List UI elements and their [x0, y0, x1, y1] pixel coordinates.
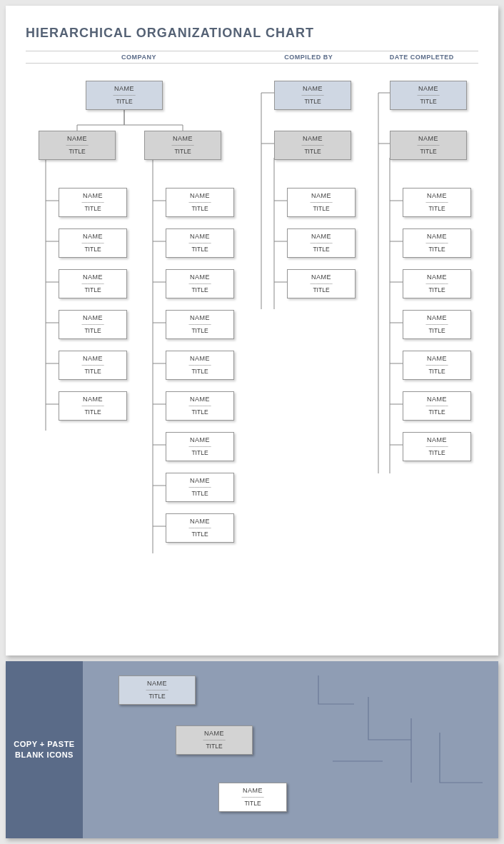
node-c-6[interactable]: NAME––––––––TITLE — [403, 391, 471, 421]
node-c-5[interactable]: NAME––––––––TITLE — [403, 351, 471, 380]
node-a-right-6[interactable]: NAME––––––––TITLE — [166, 391, 234, 421]
node-sep: –––––––– — [89, 93, 159, 97]
icons-line2: BLANK ICONS — [15, 750, 74, 759]
icons-sheet: COPY + PASTE BLANK ICONS NAME––––––––TIT… — [6, 661, 498, 838]
node-b-mid[interactable]: NAME––––––––TITLE — [274, 131, 351, 160]
node-a-right-5[interactable]: NAME––––––––TITLE — [166, 351, 234, 380]
icons-panel-label: COPY + PASTE BLANK ICONS — [6, 661, 83, 838]
meta-date: DATE COMPLETED — [366, 54, 479, 61]
node-a-mid-right[interactable]: NAME –––––––– TITLE — [144, 131, 221, 160]
node-a-right-3[interactable]: NAME––––––––TITLE — [166, 269, 234, 298]
node-c-mid[interactable]: NAME––––––––TITLE — [390, 131, 467, 160]
icon-node-grey[interactable]: NAME––––––––TITLE — [176, 725, 253, 755]
meta-company: COMPANY — [26, 54, 252, 61]
node-a-left-2[interactable]: NAME––––––––TITLE — [59, 228, 127, 258]
meta-row: COMPANY COMPILED BY DATE COMPLETED — [26, 51, 478, 64]
node-title: TITLE — [89, 98, 159, 105]
node-c-3[interactable]: NAME––––––––TITLE — [403, 269, 471, 298]
node-a-right-4[interactable]: NAME––––––––TITLE — [166, 310, 234, 339]
node-name: NAME — [89, 85, 159, 92]
meta-compiled: COMPILED BY — [252, 54, 366, 61]
node-a-right-2[interactable]: NAME––––––––TITLE — [166, 228, 234, 258]
icons-line1: COPY + PASTE — [14, 740, 74, 748]
node-a-root[interactable]: NAME –––––––– TITLE — [86, 81, 163, 110]
node-b-1[interactable]: NAME––––––––TITLE — [287, 188, 356, 217]
node-a-left-1[interactable]: NAME––––––––TITLE — [59, 188, 127, 217]
node-b-2[interactable]: NAME––––––––TITLE — [287, 228, 356, 258]
node-a-right-1[interactable]: NAME––––––––TITLE — [166, 188, 234, 217]
node-a-left-4[interactable]: NAME––––––––TITLE — [59, 310, 127, 339]
node-a-left-3[interactable]: NAME––––––––TITLE — [59, 269, 127, 298]
node-b-3[interactable]: NAME––––––––TITLE — [287, 269, 356, 298]
chart-sheet: HIERARCHICAL ORGANIZATIONAL CHART COMPAN… — [6, 6, 498, 655]
node-a-right-8[interactable]: NAME––––––––TITLE — [166, 473, 234, 502]
node-b-root[interactable]: NAME––––––––TITLE — [274, 81, 351, 110]
node-a-right-7[interactable]: NAME––––––––TITLE — [166, 432, 234, 461]
node-a-right-9[interactable]: NAME––––––––TITLE — [166, 513, 234, 543]
node-c-root[interactable]: NAME––––––––TITLE — [390, 81, 467, 110]
icons-canvas: NAME––––––––TITLE NAME––––––––TITLE NAME… — [83, 661, 498, 838]
node-c-7[interactable]: NAME––––––––TITLE — [403, 432, 471, 461]
node-c-1[interactable]: NAME––––––––TITLE — [403, 188, 471, 217]
node-a-mid-left[interactable]: NAME –––––––– TITLE — [39, 131, 116, 160]
node-a-left-5[interactable]: NAME––––––––TITLE — [59, 351, 127, 380]
icon-node-blue[interactable]: NAME––––––––TITLE — [119, 675, 196, 705]
node-c-2[interactable]: NAME––––––––TITLE — [403, 228, 471, 258]
chart-canvas: NAME –––––––– TITLE NAME –––––––– TITLE … — [26, 74, 478, 645]
page-title: HIERARCHICAL ORGANIZATIONAL CHART — [6, 6, 498, 48]
icon-node-white[interactable]: NAME––––––––TITLE — [218, 783, 287, 812]
node-a-left-6[interactable]: NAME––––––––TITLE — [59, 391, 127, 421]
node-c-4[interactable]: NAME––––––––TITLE — [403, 310, 471, 339]
